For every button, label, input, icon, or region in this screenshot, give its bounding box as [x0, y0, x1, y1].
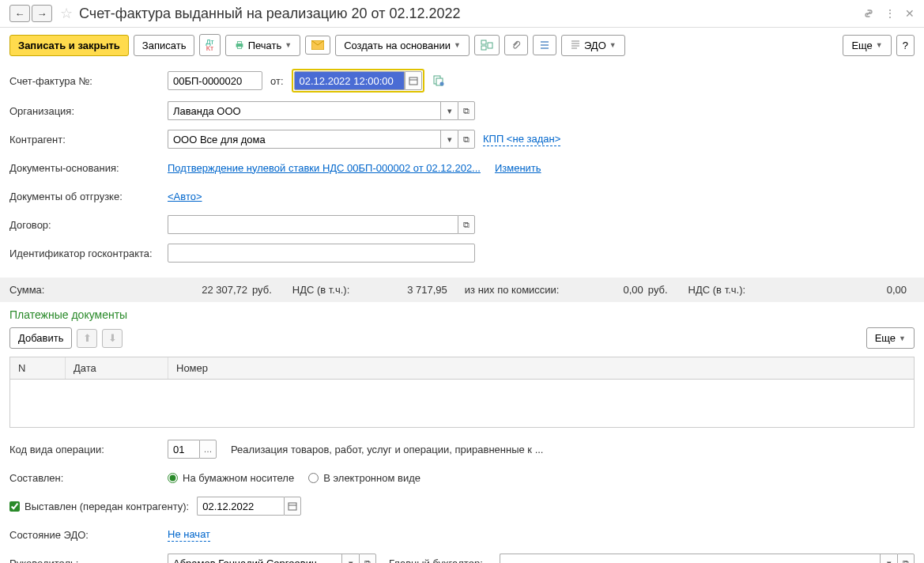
- vat-value: 3 717,95: [360, 284, 447, 296]
- col-date: Дата: [66, 357, 168, 379]
- svg-rect-5: [481, 46, 486, 50]
- window-title: Счет-фактура выданный на реализацию 20 о…: [79, 6, 862, 22]
- dropdown-icon[interactable]: ▾: [880, 554, 897, 563]
- move-down-button[interactable]: ⬇: [102, 329, 123, 348]
- gov-contract-label: Идентификатор госконтракта:: [9, 247, 168, 259]
- counterparty-input[interactable]: [168, 130, 440, 149]
- save-button[interactable]: Записать: [134, 35, 195, 56]
- payment-docs-title: Платежные документы: [0, 302, 924, 324]
- nav-back-button[interactable]: ←: [9, 5, 30, 22]
- org-label: Организация:: [9, 105, 168, 117]
- from-label: от:: [270, 75, 284, 87]
- vat2-label: НДС (в т.ч.):: [688, 284, 752, 296]
- issued-date-input[interactable]: [197, 497, 284, 516]
- vat2-value: 0,00: [756, 284, 915, 296]
- move-up-button[interactable]: ⬆: [77, 329, 97, 348]
- op-code-label: Код вида операции:: [9, 444, 168, 455]
- favorite-star-icon[interactable]: ☆: [60, 5, 73, 22]
- svg-rect-7: [409, 77, 417, 85]
- close-icon[interactable]: ✕: [905, 7, 915, 20]
- contract-label: Договор:: [9, 219, 168, 231]
- svg-rect-4: [481, 40, 486, 44]
- save-close-button[interactable]: Записать и закрыть: [9, 35, 129, 56]
- basis-docs-link[interactable]: Подтверждение нулевой ставки НДС 00БП-00…: [168, 162, 481, 174]
- dropdown-icon[interactable]: ▾: [440, 101, 458, 120]
- calendar-icon[interactable]: [284, 497, 301, 516]
- date-input[interactable]: [294, 71, 405, 90]
- shipment-docs-label: Документы об отгрузке:: [9, 191, 168, 202]
- section-more-button[interactable]: Еще ▼: [866, 327, 915, 349]
- list-icon: [539, 40, 550, 51]
- composed-label: Составлен:: [9, 472, 168, 484]
- mail-icon: [311, 40, 324, 50]
- commission-label: из них по комиссии:: [465, 284, 575, 296]
- link-icon[interactable]: [862, 7, 875, 20]
- open-icon[interactable]: ⧉: [458, 130, 475, 149]
- col-num: Номер: [168, 357, 914, 379]
- open-icon[interactable]: ⧉: [458, 215, 475, 234]
- edo-button[interactable]: ЭДО ▼: [561, 35, 625, 56]
- director-label: Руководитель:: [9, 557, 168, 564]
- more-button[interactable]: Еще ▼: [843, 35, 891, 56]
- edo-icon: [570, 40, 581, 51]
- open-icon[interactable]: ⧉: [359, 554, 376, 563]
- open-icon[interactable]: ⧉: [897, 554, 915, 563]
- contract-input[interactable]: [168, 215, 458, 234]
- nav-forward-button[interactable]: →: [32, 5, 52, 22]
- kebab-menu-icon[interactable]: ⋮: [884, 7, 896, 20]
- help-button[interactable]: ?: [896, 35, 915, 56]
- director-input[interactable]: [168, 554, 341, 563]
- change-link[interactable]: Изменить: [495, 162, 541, 174]
- sum-label: Сумма:: [9, 284, 164, 296]
- mail-button[interactable]: [305, 36, 330, 55]
- svg-rect-6: [488, 43, 492, 48]
- org-input[interactable]: [168, 101, 440, 120]
- gov-contract-input[interactable]: [168, 244, 475, 263]
- col-n: N: [10, 357, 66, 379]
- vat-label: НДС (в т.ч.):: [292, 284, 356, 296]
- counterparty-label: Контрагент:: [9, 134, 168, 145]
- select-icon[interactable]: …: [199, 440, 217, 459]
- issued-checkbox[interactable]: Выставлен (передан контрагенту):: [9, 501, 189, 512]
- print-form-icon[interactable]: [432, 75, 445, 86]
- registry-icon: [481, 40, 493, 51]
- sum-currency: руб.: [252, 284, 272, 296]
- op-code-input[interactable]: [168, 440, 199, 459]
- basis-docs-label: Документы-основания:: [9, 162, 168, 174]
- kpp-link[interactable]: КПП <не задан>: [483, 133, 560, 146]
- op-desc: Реализация товаров, работ, услуг и опера…: [231, 444, 543, 455]
- svg-rect-2: [237, 47, 241, 49]
- open-icon[interactable]: ⧉: [458, 101, 475, 120]
- calendar-icon[interactable]: [405, 71, 422, 90]
- radio-electronic[interactable]: В электронном виде: [308, 472, 421, 484]
- add-button[interactable]: Добавить: [9, 327, 72, 349]
- svg-rect-1: [237, 42, 241, 44]
- edo-state-link[interactable]: Не начат: [168, 528, 210, 542]
- dropdown-icon[interactable]: ▾: [341, 554, 359, 563]
- attachment-button[interactable]: [504, 35, 528, 55]
- svg-point-10: [439, 82, 443, 86]
- sum-value: 22 307,72: [168, 284, 247, 296]
- dt-kt-button[interactable]: ДтКт: [199, 34, 220, 56]
- create-based-button[interactable]: Создать на основании ▼: [335, 35, 470, 56]
- print-button[interactable]: Печать▼: [225, 35, 301, 56]
- table-body[interactable]: [10, 380, 914, 427]
- list-button[interactable]: [533, 35, 556, 55]
- payment-docs-table: N Дата Номер: [9, 357, 915, 428]
- invoice-no-label: Счет-фактура №:: [9, 75, 168, 87]
- commission-currency: руб.: [648, 284, 668, 296]
- invoice-no-input[interactable]: [168, 71, 262, 90]
- printer-icon: [234, 40, 245, 51]
- edo-state-label: Состояние ЭДО:: [9, 529, 168, 541]
- radio-paper[interactable]: На бумажном носителе: [168, 472, 294, 484]
- svg-rect-11: [289, 503, 296, 510]
- accountant-label: Главный бухгалтер:: [389, 557, 500, 564]
- shipment-link[interactable]: <Авто>: [168, 191, 202, 202]
- registry-button[interactable]: [474, 35, 500, 55]
- paperclip-icon: [511, 40, 522, 51]
- commission-value: 0,00: [580, 284, 643, 296]
- dropdown-icon[interactable]: ▾: [440, 130, 458, 149]
- accountant-input[interactable]: [500, 554, 880, 563]
